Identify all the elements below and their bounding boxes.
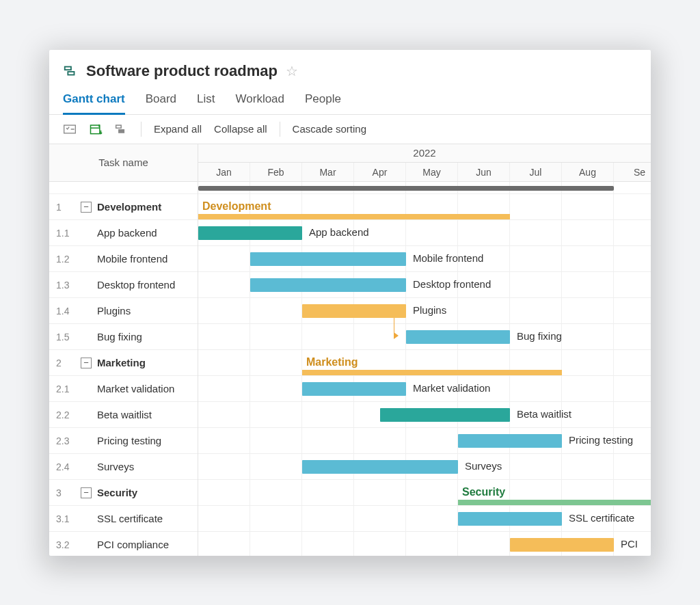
task-row[interactable]: 2.2Beta waitlist — [49, 402, 198, 428]
svg-rect-0 — [65, 66, 71, 70]
task-bar[interactable] — [302, 382, 406, 396]
task-group-row[interactable]: 2−Marketing — [49, 350, 198, 376]
tab-board[interactable]: Board — [146, 87, 176, 114]
task-number: 1.1 — [56, 228, 75, 239]
group-bar-label: Security — [462, 486, 505, 498]
group-name: Security — [97, 487, 137, 498]
expand-all-button[interactable]: Expand all — [154, 123, 202, 135]
task-bar[interactable] — [458, 512, 562, 526]
task-bar[interactable] — [250, 252, 406, 266]
task-row[interactable]: 2.3Pricing testing — [49, 428, 198, 454]
toolbar-separator — [280, 122, 280, 137]
group-bar[interactable] — [198, 214, 510, 219]
task-name: SSL certificate — [97, 513, 163, 524]
group-bar[interactable] — [302, 370, 562, 375]
timeline-months: JanFebMarAprMayJunJulAugSe — [198, 163, 651, 181]
task-row[interactable]: 1.5Bug fixing — [49, 324, 198, 350]
app-window: Software product roadmap ☆ Gantt chart B… — [49, 50, 651, 556]
star-icon[interactable]: ☆ — [286, 63, 298, 79]
task-name: Desktop frontend — [97, 279, 175, 291]
task-bar[interactable] — [380, 408, 510, 422]
month-cell: May — [406, 163, 458, 181]
gantt-area: Task name 1−Development1.1App backend1.2… — [49, 144, 651, 556]
collapse-icon[interactable]: − — [81, 487, 92, 498]
svg-rect-3 — [91, 125, 100, 134]
scrollbar-track[interactable] — [198, 186, 614, 191]
month-cell: Feb — [250, 163, 302, 181]
timeline-year: 2022 — [198, 144, 651, 163]
month-cell: Jun — [458, 163, 510, 181]
task-name: Surveys — [97, 461, 134, 472]
collapse-icon[interactable]: − — [81, 358, 92, 368]
task-number: 2.3 — [56, 435, 75, 446]
tab-workload[interactable]: Workload — [236, 87, 285, 114]
task-bar[interactable] — [302, 460, 458, 474]
task-row[interactable]: 3.2PCI compliance — [49, 532, 198, 555]
task-bar-label: Surveys — [465, 460, 502, 472]
tab-people[interactable]: People — [305, 87, 341, 114]
collapse-icon[interactable]: − — [81, 202, 92, 213]
task-bar[interactable] — [250, 278, 406, 292]
task-row[interactable]: 2.4Surveys — [49, 454, 198, 480]
title-bar: Software product roadmap ☆ — [49, 50, 651, 87]
timeline-group-row: Development — [198, 194, 651, 220]
timeline-group-row: Security — [198, 480, 651, 506]
task-bar-label: PCI — [621, 538, 638, 550]
timeline-scroll-strip[interactable] — [198, 182, 651, 194]
tab-list[interactable]: List — [197, 87, 215, 114]
task-row[interactable]: 1.1App backend — [49, 220, 198, 246]
task-name: Bug fixing — [97, 331, 142, 342]
month-cell: Jul — [510, 163, 562, 181]
task-number: 2.2 — [56, 409, 75, 420]
task-number: 1.5 — [56, 332, 75, 342]
month-cell: Jan — [198, 163, 250, 181]
timeline-group-row: Marketing — [198, 350, 651, 376]
task-bar[interactable] — [406, 330, 510, 344]
collapse-all-button[interactable]: Collapse all — [214, 123, 267, 135]
task-bar[interactable] — [302, 304, 406, 318]
timeline-task-row: Bug fixing — [198, 324, 651, 350]
task-name: Mobile frontend — [97, 253, 167, 265]
task-name: PCI compliance — [97, 539, 169, 550]
svg-rect-4 — [116, 125, 122, 128]
task-group-row[interactable]: 1−Development — [49, 194, 198, 220]
group-name: Development — [97, 201, 161, 213]
task-bar[interactable] — [510, 538, 614, 552]
task-row[interactable]: 1.2Mobile frontend — [49, 246, 198, 272]
calendar-sync-icon[interactable] — [89, 123, 103, 135]
timeline-task-row: Market validation — [198, 376, 651, 402]
task-number: 1.3 — [56, 280, 75, 291]
task-bar-label: SSL certificate — [569, 512, 634, 524]
task-number: 2 — [56, 358, 75, 368]
hierarchy-icon[interactable] — [115, 123, 129, 135]
task-number: 2.4 — [56, 461, 75, 472]
task-number: 1.2 — [56, 254, 75, 265]
group-bar[interactable] — [458, 500, 651, 505]
spacer-row — [49, 182, 198, 194]
timeline-task-row: PCI — [198, 532, 651, 555]
task-row[interactable]: 2.1Market validation — [49, 376, 198, 402]
task-bar-label: Pricing testing — [569, 434, 633, 446]
task-row[interactable]: 1.3Desktop frontend — [49, 272, 198, 298]
timeline-pane[interactable]: 2022 JanFebMarAprMayJunJulAugSe Developm… — [198, 144, 651, 556]
tab-gantt-chart[interactable]: Gantt chart — [63, 87, 125, 115]
task-bar[interactable] — [458, 434, 562, 448]
task-bar[interactable] — [198, 226, 302, 240]
task-row[interactable]: 1.4Plugins — [49, 298, 198, 324]
task-name: Pricing testing — [97, 435, 161, 446]
month-cell: Apr — [354, 163, 406, 181]
svg-rect-5 — [119, 129, 124, 132]
task-name: Plugins — [97, 305, 131, 317]
cascade-sorting-button[interactable]: Cascade sorting — [293, 123, 366, 135]
task-bar-label: Plugins — [413, 304, 446, 316]
month-cell: Se — [614, 163, 651, 181]
timeline-task-row: Pricing testing — [198, 428, 651, 454]
task-group-row[interactable]: 3−Security — [49, 480, 198, 506]
task-bar-label: Mobile frontend — [413, 252, 483, 264]
task-row[interactable]: 3.1SSL certificate — [49, 506, 198, 532]
timeline-body: DevelopmentApp backendMobile frontendDes… — [198, 182, 651, 555]
task-number: 3.2 — [56, 539, 75, 550]
group-name: Marketing — [97, 357, 146, 368]
timeline-task-row: Plugins — [198, 298, 651, 324]
checklist-view-icon[interactable] — [63, 123, 77, 135]
